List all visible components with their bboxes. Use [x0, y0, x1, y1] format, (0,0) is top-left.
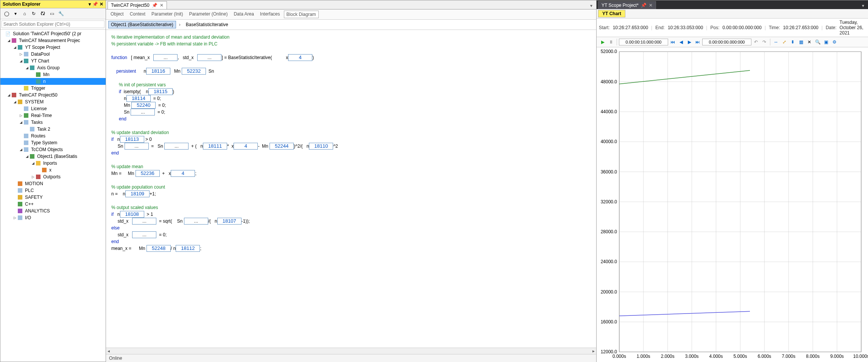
value-box[interactable]: 52244 [270, 143, 294, 150]
step-fwd-icon[interactable]: ▶ [686, 38, 693, 46]
tab-context[interactable]: Context [128, 11, 148, 18]
value-box[interactable]: 18110 [309, 143, 333, 150]
props-icon[interactable]: ▭ [48, 10, 56, 17]
ytchart-node[interactable]: ◢YT Chart [0, 58, 106, 64]
horizontal-scrollbar[interactable]: ◂▸ [106, 348, 596, 354]
pin-tab-icon[interactable]: 📌 [641, 3, 647, 8]
value-box[interactable]: 18114 [126, 95, 151, 102]
tab-dropdown-icon[interactable]: ▾ [588, 2, 595, 9]
tab-object[interactable]: Object [108, 11, 126, 18]
obj1-node[interactable]: ◢Object1 (BaseStatis [0, 153, 106, 160]
pin-icon[interactable]: 📌 [92, 2, 98, 7]
chart-plot[interactable]: 12000.016000.020000.024000.028000.032000… [597, 47, 868, 362]
value-box[interactable]: 18111 [203, 143, 227, 150]
license-node[interactable]: License [0, 105, 106, 112]
time-input-2[interactable] [702, 39, 751, 45]
task2-node[interactable]: Task 2 [0, 126, 106, 133]
tab-param-online[interactable]: Parameter (Online) [187, 11, 230, 18]
analytics-node[interactable]: ANALYTICS [0, 208, 106, 214]
step-back-icon[interactable]: ◀ [677, 38, 685, 46]
tab-param-init[interactable]: Parameter (Init) [149, 11, 185, 18]
code-editor[interactable]: % iterative implementation of mean and s… [106, 30, 596, 348]
sync-icon[interactable]: ↻ [30, 10, 37, 17]
value-box[interactable]: ... [132, 218, 156, 225]
n-node[interactable]: n [0, 78, 106, 85]
scope-tab[interactable]: YT Scope Project* 📌 ✕ [598, 1, 656, 9]
chart-tab[interactable]: YT Chart [598, 10, 625, 17]
realtime-node[interactable]: ▷Real-Time [0, 112, 106, 119]
skip-end-icon[interactable]: ⏭ [694, 38, 701, 46]
chart-config-icon[interactable]: ⚙ [831, 38, 838, 46]
close-icon[interactable]: ✕ [100, 2, 103, 7]
x-node[interactable]: x [0, 167, 106, 173]
value-box[interactable]: ... [131, 109, 155, 115]
tc-project-node[interactable]: ◢TwinCAT Project50 [0, 92, 106, 98]
breadcrumb-item-1[interactable]: Object1 (BaseStatisticIterative) [108, 21, 176, 28]
breadcrumb-item-2[interactable]: BaseStatisticIterative [184, 21, 231, 28]
pan-icon[interactable]: ↔ [772, 38, 780, 46]
zoom-icon[interactable]: 🔍 [814, 38, 821, 46]
solution-root-node[interactable]: 📄Solution 'TwinCAT Project50' (2 pr [0, 30, 106, 37]
datapool-node[interactable]: ▷DataPool [0, 51, 106, 58]
meas-project-node[interactable]: ◢TwinCAT Measurement Projec [0, 37, 106, 44]
play-icon[interactable]: ▶ [599, 38, 606, 46]
value-box[interactable]: 18115 [148, 88, 173, 95]
wrench-icon[interactable]: 🔧 [57, 10, 65, 17]
chart-grid-icon[interactable]: ▦ [797, 38, 805, 46]
tab-dropdown-icon[interactable]: ▾ [860, 2, 866, 9]
safety-node[interactable]: SAFETY [0, 194, 106, 201]
tab-interfaces[interactable]: Interfaces [258, 11, 282, 18]
home-icon[interactable]: ⌂ [21, 10, 28, 17]
close-tab-icon[interactable]: ✕ [649, 3, 653, 8]
value-box[interactable]: 4 [171, 170, 195, 177]
scope-project-node[interactable]: ◢YT Scope Project [0, 44, 106, 51]
value-box[interactable]: ... [164, 143, 189, 150]
motion-node[interactable]: MOTION [0, 180, 106, 187]
value-box[interactable]: 18107 [217, 218, 242, 225]
skip-start-icon[interactable]: ⏮ [669, 38, 676, 46]
tasks-node[interactable]: ◢Tasks [0, 119, 106, 126]
cpp-node[interactable]: C++ [0, 201, 106, 208]
routes-node[interactable]: Routes [0, 133, 106, 139]
layers-icon[interactable]: ▣ [822, 38, 830, 46]
axisgroup-node[interactable]: ◢Axis Group [0, 64, 106, 71]
system-node[interactable]: ◢SYSTEM [0, 98, 106, 105]
zoom-x-icon[interactable]: ⤢ [781, 38, 788, 46]
undo-icon[interactable]: ↶ [752, 38, 760, 46]
chart-y-icon[interactable]: ⬍ [789, 38, 796, 46]
search-input[interactable] [2, 20, 104, 28]
io-node[interactable]: ▷I/O [0, 214, 106, 221]
value-box[interactable]: 4 [288, 54, 312, 61]
document-tab[interactable]: TwinCAT Project50 📌 ✕ [108, 1, 167, 9]
value-box[interactable]: ... [184, 218, 208, 225]
close-tab-icon[interactable]: ✕ [160, 3, 164, 8]
value-box[interactable]: ... [132, 231, 156, 238]
value-box[interactable]: 18113 [120, 136, 144, 143]
nav-fwd-icon[interactable]: ▾ [12, 10, 19, 17]
value-box[interactable]: 52240 [131, 102, 156, 109]
dropdown-icon[interactable]: ▾ [89, 2, 91, 7]
plc-node[interactable]: PLC [0, 187, 106, 194]
pause-icon[interactable]: ⏸ [607, 38, 615, 46]
typesystem-node[interactable]: Type System [0, 139, 106, 146]
tab-block-diagram[interactable]: Block Diagram [284, 11, 319, 18]
value-box[interactable]: 18116 [146, 68, 170, 75]
mn-node[interactable]: Mn [0, 71, 106, 78]
tab-data-area[interactable]: Data Area [231, 11, 256, 18]
value-box[interactable]: ... [153, 54, 178, 61]
value-box[interactable]: 52236 [136, 170, 160, 177]
time-input-1[interactable] [619, 39, 668, 45]
trigger-node[interactable]: Trigger [0, 85, 106, 92]
value-box[interactable]: 52232 [182, 68, 206, 75]
value-box[interactable]: 18112 [176, 245, 200, 252]
redo-icon[interactable]: ↷ [760, 38, 768, 46]
refresh-icon[interactable]: 🗘 [39, 10, 47, 17]
value-box[interactable]: 52248 [146, 245, 171, 252]
nav-back-icon[interactable]: ◯ [3, 10, 10, 17]
value-box[interactable]: 18109 [125, 190, 150, 197]
chart-cross-icon[interactable]: ✕ [806, 38, 813, 46]
value-box[interactable]: ... [197, 54, 221, 61]
value-box[interactable]: 4 [234, 143, 258, 150]
solution-tree[interactable]: 📄Solution 'TwinCAT Project50' (2 pr ◢Twi… [0, 30, 106, 362]
outports-node[interactable]: ▷Outports [0, 173, 106, 180]
